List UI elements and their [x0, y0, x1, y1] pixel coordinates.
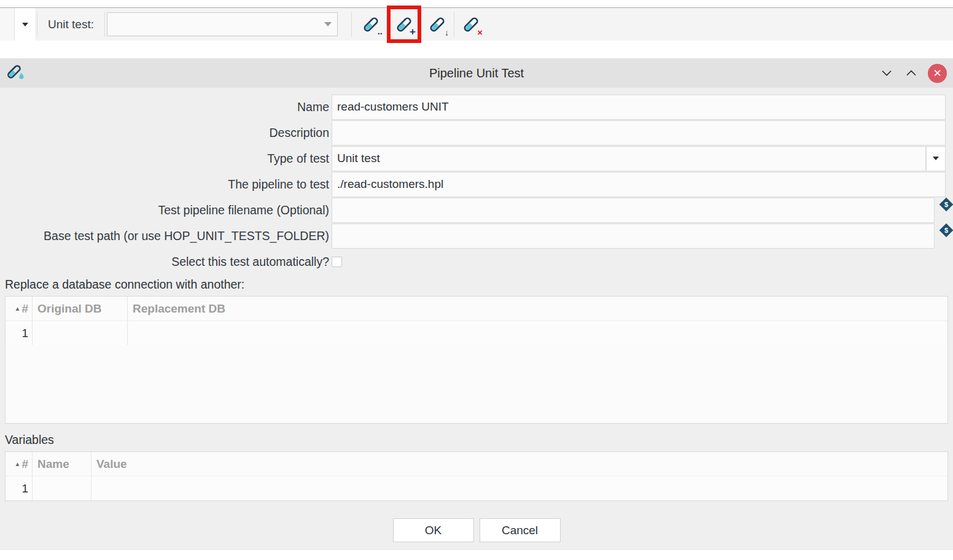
new-unit-test-button[interactable]: +: [391, 9, 418, 39]
variables-section-label: Variables: [0, 432, 953, 451]
variable-icon[interactable]: $: [939, 223, 953, 237]
chevron-down-icon: [22, 23, 28, 26]
dialog-title: Pipeline Unit Test: [0, 66, 953, 80]
test-filename-label: Test pipeline filename (Optional): [0, 203, 332, 217]
window-gap: [0, 41, 953, 58]
close-button[interactable]: ✕: [928, 64, 947, 83]
unit-test-label: Unit test:: [39, 8, 103, 41]
sort-ascending-icon: ▲: [15, 306, 21, 312]
db-header-num[interactable]: ▲ #: [6, 297, 32, 321]
variables-header-num[interactable]: ▲ #: [6, 452, 32, 476]
db-replace-section-label: Replace a database connection with anoth…: [0, 274, 953, 296]
delete-badge: ×: [477, 28, 483, 37]
name-label: Name: [0, 100, 332, 114]
variables-row-name-cell[interactable]: [32, 476, 91, 500]
dialog-button-row: OK Cancel: [0, 518, 953, 542]
expand-button[interactable]: [903, 65, 919, 81]
unit-test-combobox[interactable]: [107, 12, 338, 36]
db-replace-table: ▲ # Original DB Replacement DB 1: [5, 296, 948, 424]
toolbar-separator: [37, 12, 37, 37]
dialog-bottom-padding: [0, 542, 953, 550]
test-tube-down-icon: [428, 15, 446, 34]
db-header-original[interactable]: Original DB: [32, 297, 127, 321]
db-table-empty-area: [6, 345, 947, 423]
add-badge: +: [410, 26, 416, 37]
variables-header-name[interactable]: Name: [32, 452, 91, 476]
sort-ascending-icon: ▲: [15, 461, 21, 467]
variables-row-num: 1: [6, 476, 32, 500]
variable-icon[interactable]: $: [939, 197, 953, 211]
detach-unit-test-button[interactable]: ↓: [424, 8, 451, 41]
variables-table-header[interactable]: ▲ # Name Value: [6, 452, 947, 476]
chevron-down-icon: [324, 22, 332, 26]
variables-row-value-cell[interactable]: [91, 476, 947, 500]
type-of-test-dropdown-button[interactable]: [926, 146, 946, 171]
description-input[interactable]: [332, 120, 946, 146]
form-row-description: Description: [0, 120, 953, 146]
form-row-type-of-test: Type of test: [0, 146, 953, 171]
toolbar-dropdown-button[interactable]: [15, 8, 35, 41]
chevron-up-icon: [904, 66, 919, 80]
variables-table-row[interactable]: 1: [6, 476, 947, 500]
toolbar-separator: [351, 12, 352, 37]
toolbar-separator: [454, 12, 454, 37]
pipeline-unit-test-dialog: Pipeline Unit Test ✕ Name Description: [0, 58, 953, 550]
db-row-num: 1: [6, 321, 32, 345]
type-of-test-input[interactable]: [332, 146, 926, 171]
description-label: Description: [0, 126, 332, 140]
db-table-row[interactable]: 1: [6, 321, 947, 345]
delete-unit-test-button[interactable]: ×: [457, 8, 484, 41]
variables-header-value[interactable]: Value: [91, 452, 947, 476]
combo-arrow-zone[interactable]: [319, 22, 337, 26]
ok-button[interactable]: OK: [393, 518, 474, 542]
base-path-label: Base test path (or use HOP_UNIT_TESTS_FO…: [0, 229, 332, 243]
unit-test-toolbar: Unit test: .. + ↓ ×: [0, 8, 953, 41]
dialog-form: Name Description Type of test The pipeli…: [0, 88, 953, 274]
edit-badge: ..: [378, 26, 383, 36]
form-row-name: Name: [0, 94, 953, 120]
form-row-base-path: Base test path (or use HOP_UNIT_TESTS_FO…: [0, 223, 953, 249]
cancel-button[interactable]: Cancel: [480, 518, 561, 542]
toolbar-edge-button[interactable]: [0, 8, 15, 41]
form-row-test-filename: Test pipeline filename (Optional) $: [0, 197, 953, 223]
pipeline-input[interactable]: [332, 172, 946, 197]
window-top-strip: [0, 0, 953, 8]
auto-select-checkbox[interactable]: [332, 257, 342, 267]
form-row-auto-select: Select this test automatically?: [0, 249, 953, 274]
chevron-down-icon: [933, 157, 939, 160]
db-table-header[interactable]: ▲ # Original DB Replacement DB: [6, 297, 947, 321]
variables-table: ▲ # Name Value 1: [5, 451, 948, 501]
pipeline-label: The pipeline to test: [0, 177, 332, 192]
db-row-replacement-cell[interactable]: [127, 321, 947, 345]
type-of-test-label: Type of test: [0, 152, 332, 166]
auto-select-label: Select this test automatically?: [0, 255, 332, 269]
dialog-titlebar: Pipeline Unit Test ✕: [0, 58, 953, 88]
close-icon: ✕: [933, 67, 941, 80]
collapse-button[interactable]: [879, 65, 895, 81]
form-row-pipeline: The pipeline to test: [0, 171, 953, 197]
test-filename-input[interactable]: [332, 198, 935, 223]
name-input[interactable]: [332, 95, 946, 120]
chevron-down-icon: [879, 66, 894, 80]
base-path-input[interactable]: [332, 224, 935, 249]
toolbar-separator: [104, 12, 105, 37]
db-row-original-cell[interactable]: [32, 321, 127, 345]
edit-unit-test-button[interactable]: ..: [357, 8, 384, 41]
down-badge: ↓: [445, 28, 449, 37]
db-header-replacement[interactable]: Replacement DB: [127, 297, 947, 321]
unit-test-combo-input[interactable]: [107, 13, 319, 36]
